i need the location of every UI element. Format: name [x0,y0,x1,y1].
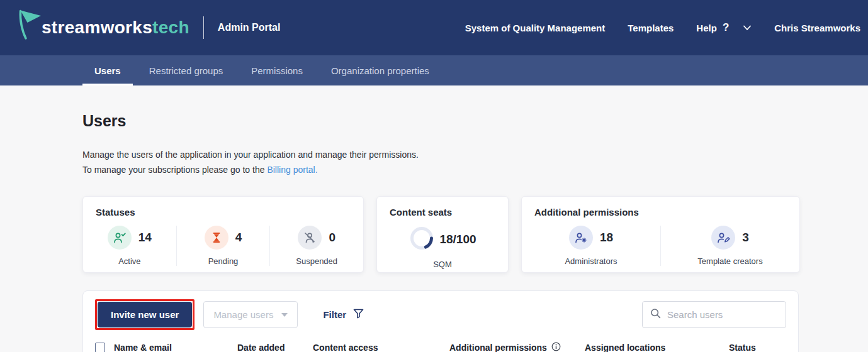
chevron-down-icon[interactable] [743,25,752,31]
user-slash-icon [298,226,322,250]
portal-title: Admin Portal [218,22,281,33]
invite-new-user-button[interactable]: Invite new user [98,302,192,327]
stat-pending: 4 Pending [176,226,270,266]
description-line-1: Manage the users of the application in y… [82,147,868,162]
tab-organization-properties[interactable]: Organization properties [319,55,441,85]
billing-portal-link[interactable]: Billing portal. [267,165,317,175]
tab-restricted-groups[interactable]: Restricted groups [137,55,235,85]
main-content: Users Manage the users of the applicatio… [0,112,868,352]
additional-permissions-card: Additional permissions [521,196,800,273]
column-name-email: Name & email [114,343,172,352]
filter-button[interactable]: Filter [323,308,364,321]
stat-cards-row: Statuses 14 Active [82,196,800,273]
info-icon[interactable] [551,342,561,352]
column-date-added: Date added [237,343,313,352]
select-all-checkbox[interactable] [95,343,105,352]
header-divider [203,16,204,39]
template-creators-label: Template creators [697,256,762,266]
nav-item-help[interactable]: Help ? [696,21,729,34]
caret-down-icon [281,313,288,317]
manage-users-dropdown[interactable]: Manage users [203,301,298,328]
hourglass-icon [205,226,228,250]
search-icon [650,308,661,321]
page-title: Users [82,112,868,130]
description-line-2: To manage your subscriptions please go t… [82,162,868,177]
active-count: 14 [138,231,152,245]
header-nav: System of Quality Management Templates H… [465,21,860,34]
pending-label: Pending [208,256,239,266]
seats-label: SQM [377,260,508,269]
administrators-label: Administrators [565,256,617,266]
additional-permissions-title: Additional permissions [522,207,799,217]
seats-progress-ring [409,225,435,254]
content-seats-card: Content seats 18/100 SQM [376,196,509,273]
administrators-count: 18 [600,231,613,245]
funnel-icon [352,308,364,321]
seats-value: 18/100 [439,233,476,246]
stat-administrators: 18 Administrators [522,226,660,266]
search-users-input[interactable] [667,309,778,320]
users-table-header: Name & email Date added Content access A… [95,342,786,352]
brand-wordmark: streamworkstech [42,18,189,38]
suspended-count: 0 [329,231,335,245]
top-header: streamworkstech Admin Portal System of Q… [0,0,868,55]
column-assigned-locations: Assigned locations [585,343,729,352]
pending-count: 4 [235,231,242,245]
user-check-icon [108,226,132,250]
statuses-card-title: Statuses [83,207,363,217]
annotation-highlight-box: Invite new user [95,299,194,330]
column-status: Status [729,343,786,352]
users-table-panel: Invite new user Manage users Filter [82,290,799,352]
column-additional-permissions: Additional permissions [449,343,547,352]
flag-logo-icon [16,13,42,43]
template-creators-count: 3 [742,231,749,245]
user-pencil-icon [711,226,735,250]
stat-suspended: 0 Suspended [269,226,363,266]
page-description: Manage the users of the application in y… [82,147,868,177]
user-gear-icon [569,226,593,250]
tab-users[interactable]: Users [82,55,133,85]
help-question-icon: ? [723,21,729,34]
column-content-access: Content access [313,343,449,352]
user-menu[interactable]: Chris Streamworks [774,23,860,33]
stat-template-creators: 3 Template creators [660,226,799,266]
suspended-label: Suspended [296,256,337,266]
stat-active: 14 Active [83,226,176,266]
brand-logo[interactable]: streamworkstech [16,13,189,43]
statuses-card: Statuses 14 Active [82,196,364,273]
nav-item-templates[interactable]: Templates [628,23,674,33]
search-users-box[interactable] [642,301,786,328]
nav-item-sqm[interactable]: System of Quality Management [465,23,606,33]
tab-permissions[interactable]: Permissions [239,55,315,85]
users-toolbar: Invite new user Manage users Filter [95,299,786,330]
content-seats-title: Content seats [377,207,508,217]
subnav: Users Restricted groups Permissions Orga… [0,55,868,85]
active-label: Active [118,256,140,266]
